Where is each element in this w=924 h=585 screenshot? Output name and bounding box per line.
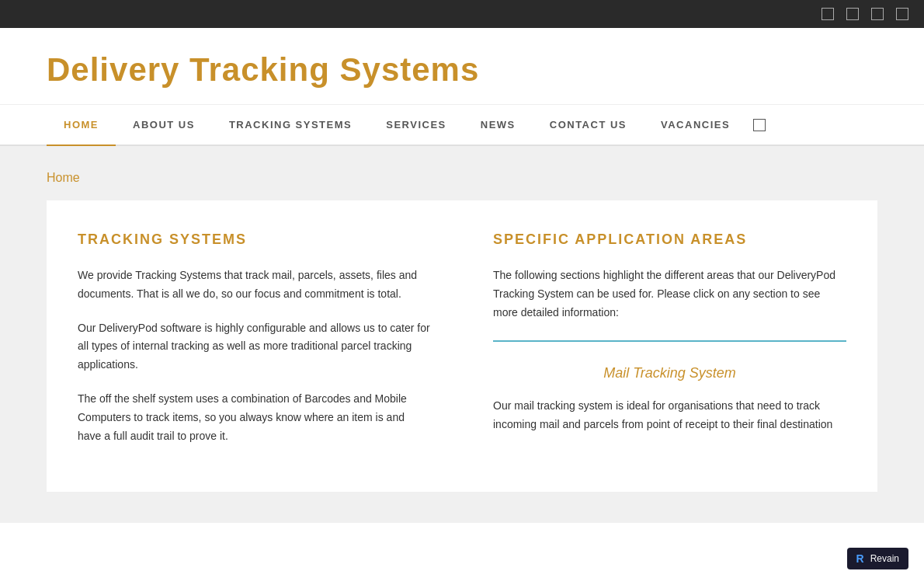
search-icon[interactable] — [753, 119, 766, 131]
main-nav: HOME ABOUT US TRACKING SYSTEMS SERVICES … — [0, 105, 924, 146]
right-column: SPECIFIC APPLICATION AREAS The following… — [478, 232, 846, 461]
social-icon-2[interactable] — [846, 8, 859, 20]
mail-tracking-text: Our mail tracking system is ideal for or… — [493, 397, 846, 434]
social-icon-3[interactable] — [871, 8, 884, 20]
social-icon-1[interactable] — [822, 8, 834, 20]
section-divider — [493, 340, 846, 342]
tracking-para-1: We provide Tracking Systems that track m… — [78, 266, 431, 304]
specific-areas-intro: The following sections highlight the dif… — [493, 266, 846, 322]
nav-tracking-systems[interactable]: TRACKING SYSTEMS — [212, 105, 369, 145]
nav-services[interactable]: SERVICES — [369, 105, 464, 145]
nav-vacancies[interactable]: VACANCIES — [644, 105, 747, 145]
social-icon-4[interactable] — [896, 8, 908, 20]
nav-news[interactable]: NEWS — [464, 105, 533, 145]
nav-contact-us[interactable]: CONTACT US — [533, 105, 644, 145]
nav-home[interactable]: HOME — [47, 105, 116, 146]
header: Delivery Tracking Systems — [0, 28, 924, 105]
content-wrapper: Home TRACKING SYSTEMS We provide Trackin… — [0, 146, 924, 523]
main-content: TRACKING SYSTEMS We provide Tracking Sys… — [47, 200, 877, 492]
tracking-para-3: The off the shelf system uses a combinat… — [78, 390, 431, 445]
top-bar — [0, 0, 924, 28]
site-title: Delivery Tracking Systems — [47, 51, 877, 89]
left-column: TRACKING SYSTEMS We provide Tracking Sys… — [78, 232, 446, 461]
specific-areas-title: SPECIFIC APPLICATION AREAS — [493, 232, 846, 248]
tracking-systems-title: TRACKING SYSTEMS — [78, 232, 431, 248]
nav-about-us[interactable]: ABOUT US — [116, 105, 212, 145]
breadcrumb: Home — [47, 162, 877, 200]
mail-tracking-title: Mail Tracking System — [493, 365, 846, 381]
tracking-para-2: Our DeliveryPod software is highly confi… — [78, 319, 431, 374]
